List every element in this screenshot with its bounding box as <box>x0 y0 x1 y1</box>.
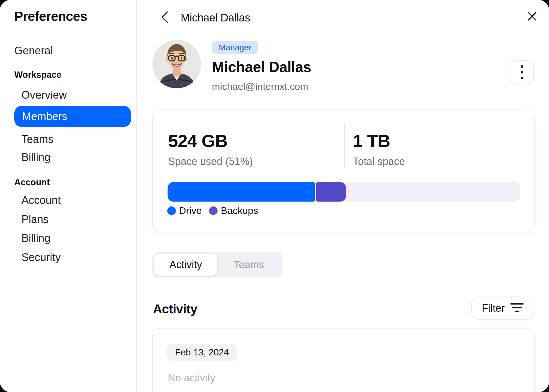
member-name: Michael Dallas <box>212 58 311 75</box>
activity-empty-state: No activity <box>168 372 215 384</box>
stat-divider <box>344 123 345 167</box>
sidebar-item-billing-account[interactable]: Billing <box>21 232 50 244</box>
backups-legend-dot <box>209 206 218 215</box>
sidebar-item-plans[interactable]: Plans <box>21 213 49 226</box>
activity-heading: Activity <box>153 302 197 316</box>
sidebar-section-workspace: Workspace <box>14 70 61 80</box>
sidebar-item-account[interactable]: Account <box>21 194 61 206</box>
space-used-stat: 524 GB Space used (51%) <box>168 131 253 168</box>
avatar <box>152 40 201 88</box>
sidebar-section-account: Account <box>14 177 50 188</box>
sidebar-item-billing-workspace[interactable]: Billing <box>21 151 50 164</box>
chevron-left-icon <box>161 11 168 25</box>
sidebar-item-members[interactable]: Members <box>14 106 131 127</box>
member-detail-panel: Michael Dallas <box>137 0 549 392</box>
drive-legend-dot <box>167 206 176 215</box>
member-options-button[interactable] <box>510 60 534 84</box>
back-button[interactable] <box>159 11 170 24</box>
space-used-label: Space used (51%) <box>168 156 253 168</box>
role-badge: Manager <box>212 41 258 54</box>
sidebar-title: Preferences <box>14 9 87 24</box>
space-used-value: 524 GB <box>168 131 253 151</box>
page-title: Michael Dallas <box>181 12 250 24</box>
close-button[interactable] <box>526 10 539 23</box>
sidebar: Preferences General Workspace Overview M… <box>0 0 137 392</box>
tab-teams[interactable]: Teams <box>217 254 281 276</box>
legend-item-backups: Backups <box>209 205 258 216</box>
activity-date-chip: Feb 13, 2024 <box>167 344 237 361</box>
drive-legend-label: Drive <box>179 205 202 216</box>
activity-card: Feb 13, 2024 No activity <box>152 328 535 392</box>
storage-legend: Drive Backups <box>167 205 258 216</box>
member-email: michael@internxt.com <box>212 81 308 92</box>
total-space-label: Total space <box>353 156 405 168</box>
filter-button-label: Filter <box>482 302 505 314</box>
sidebar-item-teams[interactable]: Teams <box>21 133 53 146</box>
kebab-vertical-icon <box>521 65 523 79</box>
close-icon <box>528 12 537 22</box>
tab-switcher: Activity Teams <box>152 252 282 277</box>
storage-progress-bar <box>168 182 520 202</box>
storage-card: 524 GB Space used (51%) 1 TB Total space… <box>152 110 535 232</box>
backups-legend-label: Backups <box>221 205 258 216</box>
avatar-illustration <box>152 40 201 88</box>
filter-lines-icon <box>510 302 524 315</box>
backups-usage-segment <box>316 182 346 202</box>
filter-button[interactable]: Filter <box>471 297 534 320</box>
total-space-stat: 1 TB Total space <box>353 131 405 168</box>
sidebar-item-general[interactable]: General <box>14 45 53 57</box>
sidebar-item-overview[interactable]: Overview <box>21 89 67 101</box>
sidebar-item-security[interactable]: Security <box>21 251 61 264</box>
total-space-value: 1 TB <box>353 131 405 151</box>
drive-usage-segment <box>168 182 315 202</box>
tab-activity[interactable]: Activity <box>154 254 217 276</box>
legend-item-drive: Drive <box>167 205 202 216</box>
preferences-modal: Preferences General Workspace Overview M… <box>0 0 549 392</box>
